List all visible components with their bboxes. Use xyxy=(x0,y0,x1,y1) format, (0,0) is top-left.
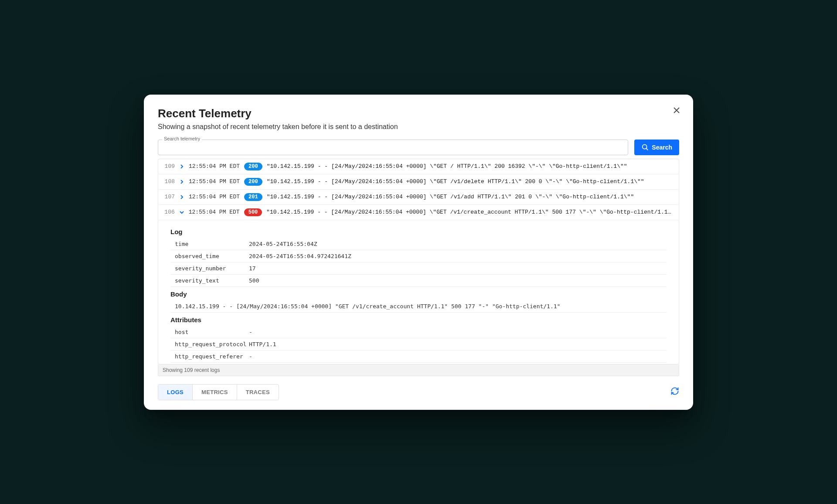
chevron-right-icon[interactable] xyxy=(179,195,184,199)
kv-row: http_request_remoteIp10.142.15.199 xyxy=(170,363,667,364)
status-badge: 201 xyxy=(244,193,262,201)
kv-row: time2024-05-24T16:55:04Z xyxy=(170,238,667,250)
row-timestamp: 12:55:04 PM EDT xyxy=(189,209,240,215)
log-row[interactable]: 10712:55:04 PM EDT201"10.142.15.199 - - … xyxy=(158,190,679,205)
kv-row: http_request_referer- xyxy=(170,351,667,363)
status-badge: 200 xyxy=(244,163,262,170)
kv-key: http_request_protocol xyxy=(170,341,249,347)
row-number: 106 xyxy=(163,209,175,215)
kv-value: 17 xyxy=(249,265,256,272)
chevron-right-icon[interactable] xyxy=(179,164,184,169)
search-button-label: Search xyxy=(652,144,672,151)
tabs: LOGSMETRICSTRACES xyxy=(158,384,279,400)
kv-key: host xyxy=(170,329,249,335)
tab-metrics[interactable]: METRICS xyxy=(193,385,237,400)
kv-value: - xyxy=(249,353,252,360)
kv-row: host- xyxy=(170,326,667,338)
kv-key: observed_time xyxy=(170,253,249,259)
chevron-down-icon[interactable] xyxy=(179,210,184,215)
kv-value: 2024-05-24T16:55:04.972421641Z xyxy=(249,253,351,259)
refresh-button[interactable] xyxy=(670,387,679,397)
log-row[interactable]: 10612:55:04 PM EDT500"10.142.15.199 - - … xyxy=(158,205,679,220)
detail-body-text: 10.142.15.199 - - [24/May/2024:16:55:04 … xyxy=(170,300,667,313)
kv-key: time xyxy=(170,241,249,247)
log-message: "10.142.15.199 - - [24/May/2024:16:55:04… xyxy=(267,178,644,185)
log-message: "10.142.15.199 - - [24/May/2024:16:55:04… xyxy=(266,209,674,215)
close-button[interactable] xyxy=(672,105,681,116)
tab-logs[interactable]: LOGS xyxy=(158,385,193,400)
status-badge: 200 xyxy=(244,178,262,186)
kv-value: 500 xyxy=(249,277,259,284)
refresh-icon xyxy=(670,387,679,395)
kv-key: http_request_referer xyxy=(170,353,249,360)
search-button[interactable]: Search xyxy=(634,140,679,155)
log-row[interactable]: 10812:55:04 PM EDT200"10.142.15.199 - - … xyxy=(158,174,679,190)
kv-value: 2024-05-24T16:55:04Z xyxy=(249,241,317,247)
footer-status: Showing 109 recent logs xyxy=(158,364,679,376)
search-icon xyxy=(641,143,649,151)
tabs-row: LOGSMETRICSTRACES xyxy=(158,384,679,400)
tab-traces[interactable]: TRACES xyxy=(237,385,279,400)
kv-row: http_request_protocolHTTP/1.1 xyxy=(170,338,667,351)
row-number: 109 xyxy=(163,163,175,170)
kv-value: HTTP/1.1 xyxy=(249,341,276,347)
telemetry-modal: Recent Telemetry Showing a snapshot of r… xyxy=(144,95,693,410)
log-list[interactable]: 10912:55:04 PM EDT200"10.142.15.199 - - … xyxy=(158,159,679,364)
row-number: 108 xyxy=(163,178,175,185)
close-icon xyxy=(672,106,681,115)
chevron-right-icon[interactable] xyxy=(179,180,184,184)
log-message: "10.142.15.199 - - [24/May/2024:16:55:04… xyxy=(267,163,627,170)
log-row[interactable]: 10912:55:04 PM EDT200"10.142.15.199 - - … xyxy=(158,159,679,174)
detail-section-attributes: Attributes xyxy=(170,316,667,324)
detail-section-log: Log xyxy=(170,228,667,235)
log-message: "10.142.15.199 - - [24/May/2024:16:55:04… xyxy=(267,194,634,200)
kv-row: severity_number17 xyxy=(170,262,667,275)
kv-row: severity_text500 xyxy=(170,275,667,287)
row-number: 107 xyxy=(163,194,175,200)
kv-row: observed_time2024-05-24T16:55:04.9724216… xyxy=(170,250,667,262)
row-timestamp: 12:55:04 PM EDT xyxy=(189,178,240,185)
page-title: Recent Telemetry xyxy=(158,107,679,120)
kv-value: - xyxy=(249,329,252,335)
search-field-wrap: Search telemetry xyxy=(158,140,628,155)
search-row: Search telemetry Search xyxy=(158,140,679,155)
row-timestamp: 12:55:04 PM EDT xyxy=(189,163,240,170)
search-label: Search telemetry xyxy=(162,136,202,141)
search-input[interactable] xyxy=(158,140,628,155)
kv-key: severity_text xyxy=(170,277,249,284)
kv-key: severity_number xyxy=(170,265,249,272)
log-detail: Logtime2024-05-24T16:55:04Zobserved_time… xyxy=(158,220,679,364)
detail-section-body: Body xyxy=(170,290,667,298)
page-subtitle: Showing a snapshot of recent telemetry t… xyxy=(158,123,679,131)
row-timestamp: 12:55:04 PM EDT xyxy=(189,194,240,200)
svg-point-0 xyxy=(643,144,647,149)
status-badge: 500 xyxy=(244,208,262,216)
